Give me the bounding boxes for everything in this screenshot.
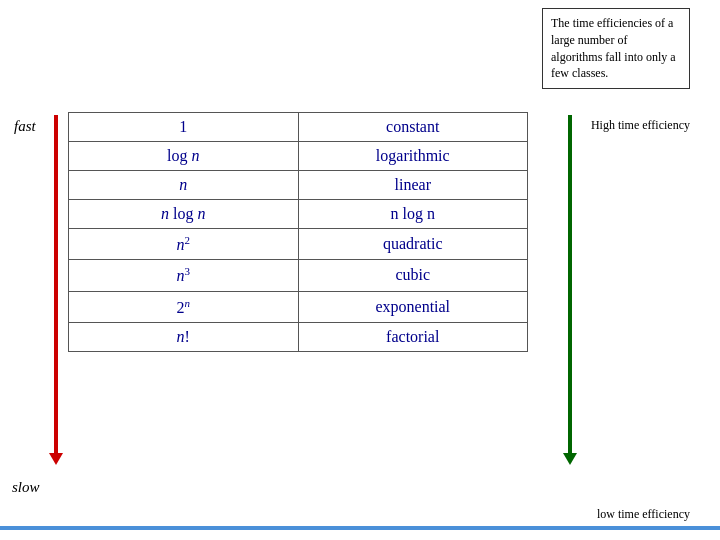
name-cell: quadratic (298, 229, 528, 260)
notation-cell: n2 (69, 229, 299, 260)
notation-cell: n3 (69, 260, 299, 291)
name-cell: cubic (298, 260, 528, 291)
bottom-decorative-line (0, 526, 720, 530)
table-row: n3 cubic (69, 260, 528, 291)
name-cell: factorial (298, 322, 528, 351)
name-cell: linear (298, 171, 528, 200)
table-row: 1 constant (69, 113, 528, 142)
notation-cell: n log n (69, 200, 299, 229)
high-efficiency-label: High time efficiency (591, 118, 690, 133)
notation-cell: 2n (69, 291, 299, 322)
notation-cell: log n (69, 142, 299, 171)
tooltip-box: The time efficiencies of a large number … (542, 8, 690, 89)
notation-cell: n (69, 171, 299, 200)
table-row: n log n n log n (69, 200, 528, 229)
notation-cell: 1 (69, 113, 299, 142)
name-cell: logarithmic (298, 142, 528, 171)
red-arrow-indicator (54, 115, 58, 455)
slow-label: slow (12, 479, 40, 496)
low-efficiency-label: low time efficiency (597, 507, 690, 522)
name-cell: constant (298, 113, 528, 142)
table-row: n! factorial (69, 322, 528, 351)
name-cell: n log n (298, 200, 528, 229)
green-arrow-indicator (568, 115, 572, 455)
notation-cell: n! (69, 322, 299, 351)
table-row: n linear (69, 171, 528, 200)
fast-label: fast (14, 118, 36, 135)
table-row: n2 quadratic (69, 229, 528, 260)
algorithm-efficiency-table: 1 constant log n logarithmic n linear n … (68, 112, 528, 352)
name-cell: exponential (298, 291, 528, 322)
tooltip-text: The time efficiencies of a large number … (551, 16, 676, 80)
table-row: log n logarithmic (69, 142, 528, 171)
table-row: 2n exponential (69, 291, 528, 322)
